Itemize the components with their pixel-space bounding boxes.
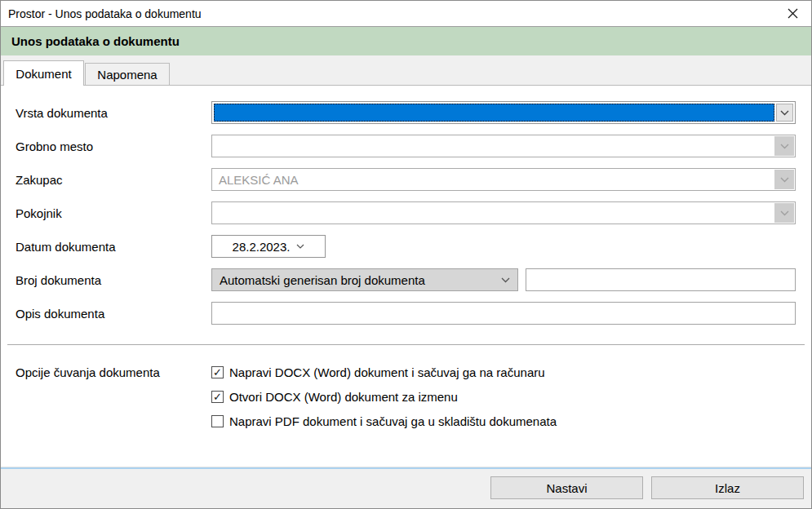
save-options-group: Opcije čuvanja dokumenta ✓ Napravi DOCX …: [16, 364, 796, 430]
pokojnik-value: [212, 202, 774, 224]
form-content: Vrsta dokumenta Grobno mesto: [1, 86, 811, 467]
datum-dokumenta-value: 28.2.2023.: [233, 240, 291, 254]
row-vrsta-dokumenta: Vrsta dokumenta: [16, 101, 796, 124]
tab-dokument-label: Dokument: [16, 67, 71, 81]
chevron-down-icon: [780, 144, 789, 149]
zakupac-combobox: ALEKSIĆ ANA: [211, 168, 796, 191]
pokojnik-dropdown-button: [774, 203, 794, 223]
opis-dokumenta-input[interactable]: [211, 302, 796, 325]
continue-button[interactable]: Nastavi: [490, 476, 643, 499]
save-options-label: Opcije čuvanja dokumenta: [16, 364, 211, 430]
tab-napomena-label: Napomena: [97, 68, 157, 82]
option-create-docx[interactable]: ✓ Napravi DOCX (Word) dokument i sačuvaj…: [211, 364, 557, 381]
option-open-docx-label: Otvori DOCX (Word) dokument za izmenu: [229, 390, 458, 404]
footer-bar: Nastavi Izlaz: [1, 469, 811, 508]
section-header: Unos podataka o dokumentu: [1, 27, 811, 55]
option-create-pdf-label: Napravi PDF dokument i sačuvaj ga u skla…: [229, 414, 557, 428]
window-title: Prostor - Unos podataka o dokumentu: [1, 7, 202, 20]
document-entry-dialog: Prostor - Unos podataka o dokumentu Unos…: [0, 0, 812, 509]
datum-dokumenta-datepicker[interactable]: 28.2.2023.: [211, 235, 326, 258]
pokojnik-combobox: [211, 201, 796, 224]
tab-napomena[interactable]: Napomena: [85, 63, 170, 85]
vrsta-dokumenta-combobox[interactable]: [211, 101, 796, 124]
zakupac-label: Zakupac: [16, 173, 211, 187]
row-opis-dokumenta: Opis dokumenta: [16, 302, 796, 325]
broj-dokumenta-input[interactable]: [526, 268, 796, 291]
row-zakupac: Zakupac ALEKSIĆ ANA: [16, 168, 796, 191]
grobno-mesto-combobox: [211, 135, 796, 157]
pokojnik-label: Pokojnik: [16, 206, 211, 220]
save-options-list: ✓ Napravi DOCX (Word) dokument i sačuvaj…: [211, 364, 557, 430]
vrsta-dokumenta-label: Vrsta dokumenta: [16, 106, 211, 120]
chevron-down-icon: [780, 210, 789, 216]
close-button[interactable]: [774, 1, 811, 26]
close-icon: [788, 8, 798, 19]
opis-dokumenta-label: Opis dokumenta: [16, 307, 211, 321]
section-title: Unos podataka o dokumentu: [1, 34, 180, 48]
zakupac-value: ALEKSIĆ ANA: [212, 169, 774, 190]
chevron-down-icon: [780, 177, 789, 183]
chevron-down-icon: [296, 244, 304, 249]
chevron-down-icon: [501, 277, 510, 283]
broj-dokumenta-mode-select[interactable]: Automatski generisan broj dokumenta: [211, 268, 518, 291]
vrsta-dokumenta-selected-value[interactable]: [214, 104, 774, 122]
chevron-down-icon: [780, 110, 789, 116]
option-create-docx-label: Napravi DOCX (Word) dokument i sačuvaj g…: [229, 365, 545, 379]
option-create-pdf[interactable]: Napravi PDF dokument i sačuvaj ga u skla…: [211, 413, 557, 430]
checkbox-unchecked-icon[interactable]: [211, 415, 224, 427]
tab-dokument[interactable]: Dokument: [3, 60, 84, 86]
broj-dokumenta-label: Broj dokumenta: [16, 273, 211, 287]
grobno-mesto-value: [212, 135, 774, 157]
row-datum-dokumenta: Datum dokumenta 28.2.2023.: [16, 235, 796, 258]
tab-strip: Dokument Napomena: [1, 55, 811, 86]
checkbox-checked-icon[interactable]: ✓: [211, 391, 224, 403]
option-open-docx[interactable]: ✓ Otvori DOCX (Word) dokument za izmenu: [211, 388, 557, 405]
checkbox-checked-icon[interactable]: ✓: [211, 366, 224, 378]
row-broj-dokumenta: Broj dokumenta Automatski generisan broj…: [16, 268, 796, 291]
zakupac-dropdown-button: [774, 170, 794, 189]
vrsta-dokumenta-dropdown-button[interactable]: [776, 104, 793, 122]
row-grobno-mesto: Grobno mesto: [16, 135, 796, 157]
datum-dokumenta-label: Datum dokumenta: [16, 240, 211, 254]
section-divider: [7, 344, 805, 345]
broj-dokumenta-mode-value: Automatski generisan broj dokumenta: [220, 273, 425, 287]
grobno-mesto-label: Grobno mesto: [16, 139, 211, 153]
title-bar: Prostor - Unos podataka o dokumentu: [1, 1, 811, 27]
exit-button[interactable]: Izlaz: [651, 476, 804, 499]
row-pokojnik: Pokojnik: [16, 201, 796, 224]
grobno-mesto-dropdown-button: [774, 136, 794, 156]
